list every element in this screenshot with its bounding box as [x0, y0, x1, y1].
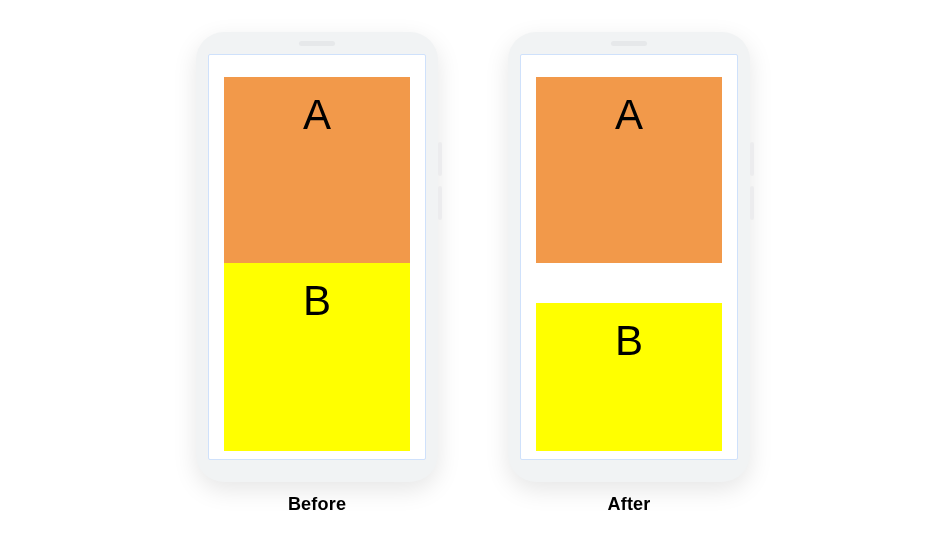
phone-side-button	[750, 142, 754, 176]
block-a: A	[224, 77, 410, 263]
phone-speaker	[611, 41, 647, 46]
block-b: B	[536, 303, 722, 451]
phone-caption-before: Before	[288, 494, 346, 515]
layout-viewport: A B	[536, 77, 722, 451]
block-b-label: B	[615, 317, 643, 451]
layout-viewport: A B	[224, 77, 410, 451]
phone-side-button	[438, 142, 442, 176]
block-b-label: B	[303, 277, 331, 451]
phone-side-button	[750, 186, 754, 220]
block-a-label: A	[303, 91, 331, 263]
phone-mockup-after: A B	[508, 32, 750, 482]
block-a: A	[536, 77, 722, 263]
phone-side-button	[438, 186, 442, 220]
phone-speaker	[299, 41, 335, 46]
phone-column-before: A B Before	[196, 32, 438, 515]
phone-screen: A B	[520, 54, 738, 460]
phone-screen: A B	[208, 54, 426, 460]
diagram-stage: A B Before A B	[0, 0, 946, 533]
phone-column-after: A B After	[508, 32, 750, 515]
block-b: B	[224, 263, 410, 451]
phone-mockup-before: A B	[196, 32, 438, 482]
phone-caption-after: After	[607, 494, 650, 515]
block-a-label: A	[615, 91, 643, 263]
